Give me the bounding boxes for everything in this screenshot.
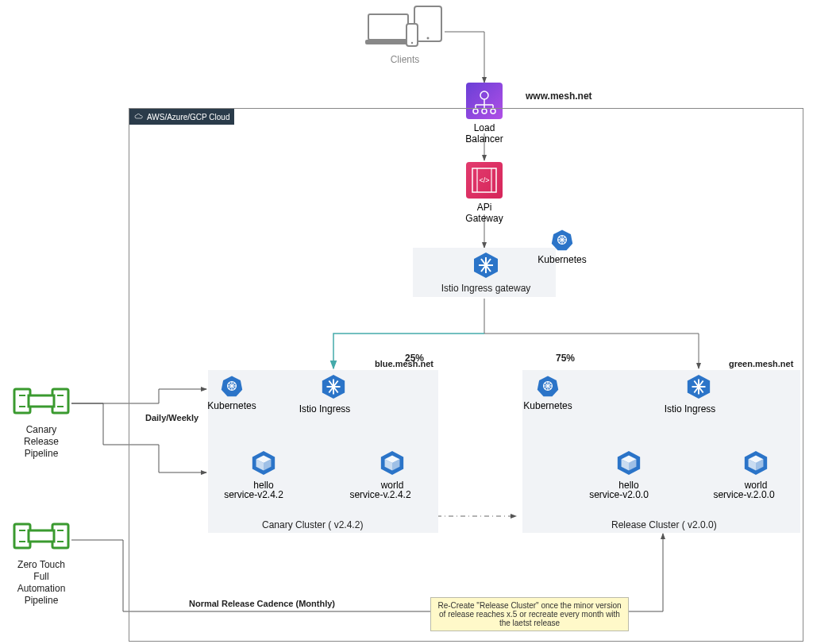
kubernetes-icon [221, 375, 243, 397]
k8s-green-label: Kubernetes [523, 400, 572, 411]
cube-icon [250, 449, 277, 476]
svg-rect-2 [414, 6, 441, 41]
kubernetes-icon [551, 229, 573, 251]
cube-icon [379, 449, 406, 476]
world-green-node: world service-v.2.0.0 [740, 449, 772, 501]
istio-gateway-label: Istio Ingress gateway [430, 283, 541, 294]
svg-rect-60 [29, 395, 54, 407]
world-blue-ver: service-v.2.4.2 [341, 489, 420, 500]
kubernetes-icon [537, 375, 559, 397]
hello-green-node: hello service-v2.0.0 [613, 449, 645, 501]
svg-rect-1 [365, 40, 411, 44]
blue-cluster-label: Canary Cluster ( v2.4.2) [262, 519, 363, 530]
api-gateway-label: APi Gateway [464, 202, 505, 225]
svg-point-3 [427, 37, 430, 40]
zero-touch-pipeline-icon [13, 515, 70, 558]
hello-blue-ver: service-v2.4.2 [218, 489, 290, 500]
cloud-icon [134, 113, 144, 121]
cube-icon [742, 449, 769, 476]
istio-blue-node: Istio Ingress [319, 373, 348, 415]
clients-node: Clients [361, 3, 449, 65]
world-blue-node: world service-v.2.4.2 [376, 449, 408, 501]
split-right: 75% [556, 353, 575, 364]
normal-cadence-label: Normal Release Cadence (Monthly) [189, 599, 335, 608]
cloud-header: AWS/Azure/GCP Cloud [129, 109, 234, 125]
api-gateway-node: </> APi Gateway [464, 162, 505, 225]
canary-pipeline-label: Canary Release Pipeline [14, 424, 68, 460]
cloud-title: AWS/Azure/GCP Cloud [147, 113, 229, 121]
k8s-green-node: Kubernetes [532, 375, 564, 411]
istio-blue-label: Istio Ingress [293, 403, 356, 415]
k8s-gateway-label: Kubernetes [538, 254, 586, 265]
svg-point-5 [411, 42, 413, 44]
mesh-url: www.mesh.net [526, 91, 592, 102]
istio-green-node: Istio Ingress [684, 373, 713, 415]
devices-icon [365, 3, 445, 51]
api-gateway-icon: </> [466, 162, 503, 199]
blue-domain: blue.mesh.net [375, 359, 433, 368]
cube-icon [615, 449, 642, 476]
green-domain: green.mesh.net [729, 359, 793, 368]
istio-gateway-node [470, 251, 502, 280]
istio-icon [685, 373, 712, 400]
green-cluster-label: Release Cluster ( v2.0.0) [611, 519, 717, 530]
clients-label: Clients [391, 54, 420, 65]
k8s-blue-node: Kubernetes [216, 375, 248, 411]
svg-rect-0 [368, 14, 408, 40]
svg-rect-67 [29, 530, 54, 542]
k8s-gateway-node: Kubernetes [546, 229, 578, 265]
note-box: Re-Create "Release Cluster" once the min… [430, 597, 629, 631]
istio-green-label: Istio Ingress [658, 403, 722, 415]
hello-blue-node: hello service-v2.4.2 [248, 449, 279, 501]
istio-icon [320, 373, 347, 400]
zero-touch-pipeline-label: Zero Touch Full Automation Pipeline [11, 559, 71, 607]
k8s-blue-label: Kubernetes [207, 400, 256, 411]
world-green-ver: service-v.2.0.0 [704, 489, 784, 500]
svg-text:</>: </> [479, 176, 489, 184]
hello-green-ver: service-v2.0.0 [584, 489, 655, 500]
daily-weekly-label: Daily/Weekly [145, 413, 198, 422]
istio-icon [472, 251, 500, 280]
canary-pipeline-icon [13, 380, 70, 423]
